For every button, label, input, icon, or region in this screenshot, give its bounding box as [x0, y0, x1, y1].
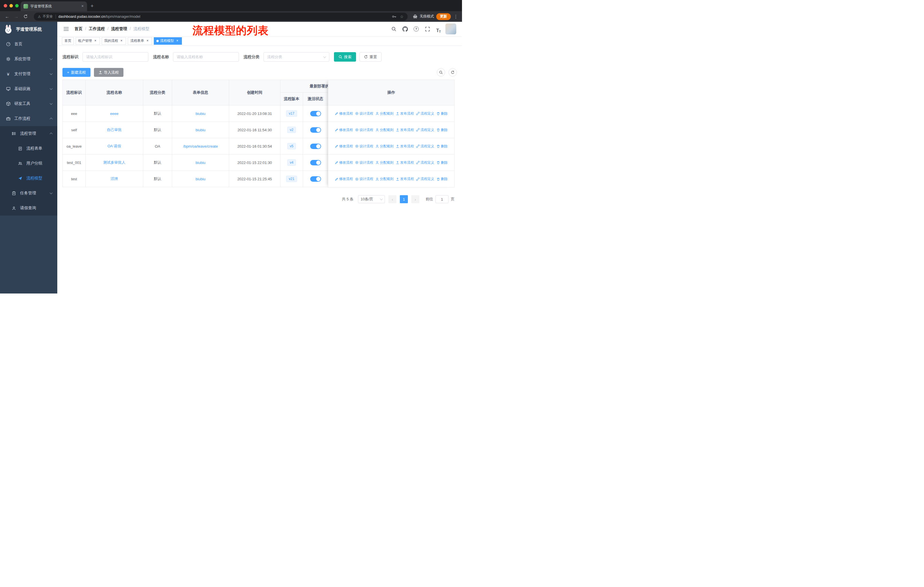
action-design-process[interactable]: 设计流程	[355, 144, 373, 149]
sidebar-item-leave-query[interactable]: 请假查询	[0, 201, 57, 215]
tag-process-form[interactable]: 流程表单×	[128, 37, 152, 45]
forward-button[interactable]: →	[13, 13, 20, 20]
next-page-button[interactable]: ›	[411, 195, 419, 203]
action-delete[interactable]: 删除	[437, 160, 448, 165]
process-name-link[interactable]: OA 请假	[107, 144, 121, 149]
form-info-link[interactable]: biubiu	[196, 177, 206, 181]
security-status[interactable]: ⚠ 不安全	[38, 14, 53, 19]
sidebar-item-user-group[interactable]: 用户分组	[0, 156, 57, 171]
window-close-button[interactable]	[4, 4, 7, 7]
action-edit-process[interactable]: 修改流程	[335, 111, 353, 116]
tag-my-process[interactable]: 我的流程×	[102, 37, 126, 45]
action-assign-rule[interactable]: 分配规则	[376, 160, 394, 165]
page-size-select[interactable]: 10条/页	[358, 195, 385, 203]
active-toggle[interactable]	[310, 144, 321, 149]
sidebar-item-payment[interactable]: ¥ 支付管理	[0, 66, 57, 81]
toggle-search-button[interactable]	[437, 68, 445, 76]
window-zoom-button[interactable]	[15, 4, 19, 7]
action-design-process[interactable]: 设计流程	[355, 127, 373, 132]
reload-button[interactable]	[22, 13, 29, 20]
active-toggle[interactable]	[310, 176, 321, 182]
hamburger-icon[interactable]	[62, 25, 71, 33]
action-edit-process[interactable]: 修改流程	[335, 160, 353, 165]
address-bar[interactable]: ⚠ 不安全 dashboard.yudao.iocoder.cn/bpm/man…	[34, 13, 408, 21]
sidebar-item-infrastructure[interactable]: 基础设施	[0, 81, 57, 96]
import-process-button[interactable]: 导入流程	[94, 68, 124, 77]
action-publish-process[interactable]: 发布流程	[396, 127, 414, 132]
action-process-definition[interactable]: 流程定义	[416, 160, 434, 165]
font-size-icon[interactable]: TT	[434, 25, 443, 33]
action-delete[interactable]: 删除	[437, 177, 448, 182]
process-name-link[interactable]: 滔博	[111, 176, 118, 182]
bookmark-star-icon[interactable]: ☆	[400, 14, 404, 19]
action-publish-process[interactable]: 发布流程	[396, 160, 414, 165]
action-process-definition[interactable]: 流程定义	[416, 177, 434, 182]
action-edit-process[interactable]: 修改流程	[335, 177, 353, 182]
action-assign-rule[interactable]: 分配规则	[376, 144, 394, 149]
browser-menu-icon[interactable]: ⋮	[454, 14, 458, 19]
github-icon[interactable]	[401, 25, 409, 33]
action-delete[interactable]: 删除	[437, 111, 448, 116]
active-toggle[interactable]	[310, 160, 321, 165]
user-avatar[interactable]	[446, 23, 456, 35]
breadcrumb-item-home[interactable]: 首页	[74, 26, 89, 31]
tag-process-model[interactable]: 流程模型×	[154, 37, 182, 45]
form-info-link[interactable]: biubiu	[196, 128, 206, 132]
action-publish-process[interactable]: 发布流程	[396, 111, 414, 116]
goto-page-input[interactable]	[436, 195, 449, 203]
active-toggle[interactable]	[310, 111, 321, 116]
search-icon[interactable]	[389, 25, 398, 33]
action-process-definition[interactable]: 流程定义	[416, 144, 434, 149]
action-publish-process[interactable]: 发布流程	[396, 177, 414, 182]
sidebar-item-home[interactable]: 首页	[0, 37, 57, 51]
action-process-definition[interactable]: 流程定义	[416, 111, 434, 116]
sidebar-item-process-model[interactable]: 流程模型	[0, 171, 57, 186]
action-assign-rule[interactable]: 分配规则	[376, 177, 394, 182]
sidebar-item-workflow[interactable]: 工作流程	[0, 111, 57, 126]
action-design-process[interactable]: 设计流程	[355, 160, 373, 165]
tag-home[interactable]: 首页	[62, 37, 74, 45]
close-icon[interactable]: ×	[93, 39, 97, 43]
create-process-button[interactable]: + 新建流程	[63, 68, 91, 77]
process-name-link[interactable]: 自己审批	[107, 127, 122, 132]
form-info-link[interactable]: /bpm/oa/leave/create	[183, 144, 218, 149]
tab-close-icon[interactable]: ×	[80, 4, 85, 8]
close-icon[interactable]: ×	[119, 39, 124, 43]
action-publish-process[interactable]: 发布流程	[396, 144, 414, 149]
window-minimize-button[interactable]	[10, 4, 13, 7]
help-icon[interactable]: ?	[412, 25, 421, 33]
close-icon[interactable]: ×	[145, 39, 150, 43]
new-tab-button[interactable]: +	[91, 3, 94, 9]
sidebar-item-task-management[interactable]: 任务管理	[0, 186, 57, 201]
process-name-link[interactable]: eeee	[110, 111, 119, 116]
process-key-input[interactable]	[82, 52, 148, 62]
action-edit-process[interactable]: 修改流程	[335, 144, 353, 149]
action-delete[interactable]: 删除	[437, 127, 448, 132]
action-assign-rule[interactable]: 分配规则	[376, 111, 394, 116]
back-button[interactable]: ←	[3, 13, 11, 20]
breadcrumb-item-workflow[interactable]: 工作流程	[89, 26, 111, 31]
action-process-definition[interactable]: 流程定义	[416, 127, 434, 132]
process-category-select[interactable]: 流程分类	[264, 52, 329, 62]
form-info-link[interactable]: biubiu	[196, 111, 206, 116]
page-number-1[interactable]: 1	[400, 195, 408, 203]
browser-tab[interactable]: 芋道管理系统 ×	[21, 2, 87, 11]
action-edit-process[interactable]: 修改流程	[335, 127, 353, 132]
close-icon[interactable]: ×	[175, 39, 179, 43]
breadcrumb-item-process-management[interactable]: 流程管理	[111, 26, 134, 31]
fullscreen-icon[interactable]	[423, 25, 432, 33]
action-delete[interactable]: 删除	[437, 144, 448, 149]
sidebar-item-system[interactable]: 系统管理	[0, 51, 57, 66]
prev-page-button[interactable]: ‹	[388, 195, 396, 203]
refresh-table-button[interactable]	[449, 68, 457, 76]
process-name-input[interactable]	[173, 52, 239, 62]
password-key-icon[interactable]	[392, 14, 396, 19]
action-design-process[interactable]: 设计流程	[355, 111, 373, 116]
sidebar-item-devtools[interactable]: 研发工具	[0, 96, 57, 111]
search-button[interactable]: 搜索	[334, 52, 356, 62]
sidebar-item-process-form[interactable]: 流程表单	[0, 141, 57, 156]
action-design-process[interactable]: 设计流程	[355, 177, 373, 182]
active-toggle[interactable]	[310, 127, 321, 133]
form-info-link[interactable]: biubiu	[196, 160, 206, 165]
sidebar-item-process-management[interactable]: 流程管理	[0, 126, 57, 141]
